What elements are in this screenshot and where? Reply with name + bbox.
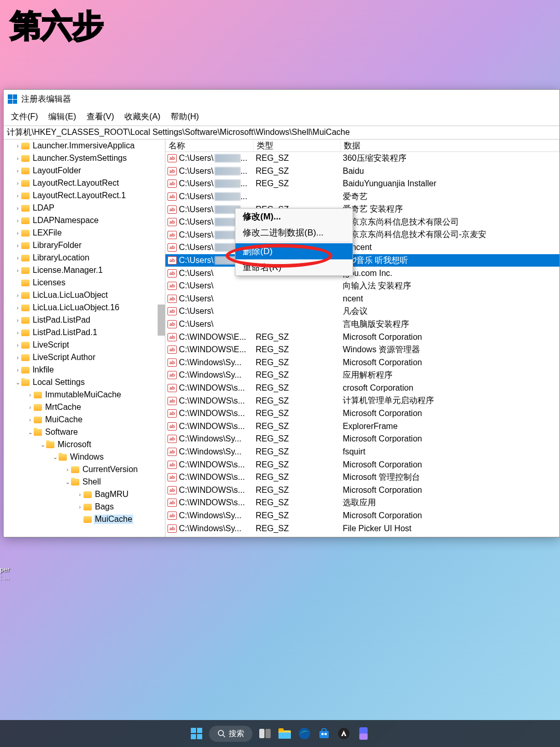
- list-row[interactable]: abC:\WINDOWS\E...REG_SZMicrosoft Corpora…: [165, 330, 559, 343]
- list-row[interactable]: abC:\WINDOWS\s...REG_SZMicrosoft Corpora…: [165, 483, 559, 496]
- tree-item[interactable]: ›Launcher.ImmersiveApplica: [4, 140, 165, 152]
- tree-item[interactable]: ⌄Microsoft: [4, 438, 165, 451]
- chevron-icon[interactable]: ›: [14, 292, 21, 298]
- chevron-icon[interactable]: ⌄: [26, 429, 34, 436]
- list-row[interactable]: abC:\WINDOWS\s...REG_SZcrosoft Corporati…: [165, 382, 559, 395]
- menu-favorites[interactable]: 收藏夹(A): [122, 110, 162, 123]
- chevron-icon[interactable]: ›: [14, 242, 21, 248]
- chevron-icon[interactable]: ›: [14, 255, 21, 261]
- chevron-icon[interactable]: ⌄: [64, 479, 71, 486]
- start-button[interactable]: [189, 726, 204, 741]
- tree-item[interactable]: MuiCache: [4, 513, 165, 525]
- chevron-icon[interactable]: ›: [26, 404, 34, 410]
- tree-panel[interactable]: ›Launcher.ImmersiveApplica›Launcher.Syst…: [4, 140, 165, 537]
- chevron-icon[interactable]: ›: [76, 504, 83, 510]
- chevron-icon[interactable]: ›: [14, 143, 21, 149]
- list-row[interactable]: abC:\Users\...爱奇艺: [165, 190, 559, 203]
- col-name[interactable]: 名称: [165, 140, 254, 151]
- tree-item[interactable]: ›LayoutFolder: [4, 164, 165, 177]
- tree-item[interactable]: ›LibraryLocation: [4, 252, 165, 264]
- tree-item[interactable]: ›BagMRU: [4, 488, 165, 501]
- menu-help[interactable]: 帮助(H): [169, 110, 201, 123]
- list-row[interactable]: abC:\WINDOWS\s...REG_SZExplorerFrame: [165, 420, 559, 433]
- list-row[interactable]: abC:\Users\言电脑版安装程序: [165, 318, 559, 331]
- tree-item[interactable]: ›LDAPNamespace: [4, 214, 165, 227]
- menu-delete[interactable]: 删除(D): [235, 243, 353, 259]
- chevron-icon[interactable]: ›: [64, 466, 71, 473]
- list-row[interactable]: abC:\Users\...REG_SZ北京京东尚科信息技术有限公司: [165, 216, 559, 229]
- chevron-icon[interactable]: ›: [14, 317, 21, 323]
- list-row[interactable]: abC:\Users\...REG_SZ北京京东尚科信息技术有限公司-京麦安: [165, 229, 559, 242]
- menu-modify-binary[interactable]: 修改二进制数据(B)...: [235, 225, 353, 241]
- tree-item[interactable]: ›MuiCache: [4, 413, 165, 426]
- menu-edit[interactable]: 编辑(E): [46, 110, 78, 123]
- tree-item[interactable]: ›ListPad.ListPad.1: [4, 326, 165, 339]
- list-row[interactable]: abC:\Windows\Sy...REG_SZMicrosoft Corpor…: [165, 509, 559, 522]
- store-icon[interactable]: [317, 726, 331, 741]
- list-row[interactable]: abC:\Users\...REG_SZBaidu: [165, 165, 559, 178]
- menu-rename[interactable]: 重命名(R): [235, 259, 353, 275]
- tree-item[interactable]: ›License.Manager.1: [4, 264, 165, 276]
- edge-icon[interactable]: [297, 726, 312, 741]
- menu-modify[interactable]: 修改(M)...: [235, 209, 353, 225]
- chevron-icon[interactable]: ›: [14, 367, 21, 373]
- chevron-icon[interactable]: ›: [14, 354, 21, 361]
- tree-item[interactable]: ›LicLua.LicLuaObject: [4, 289, 165, 301]
- list-row[interactable]: abC:\Users\...ᗢᗢ音乐 听我想听: [165, 254, 559, 267]
- col-type[interactable]: 类型: [254, 140, 341, 151]
- tree-item[interactable]: ›LDAP: [4, 202, 165, 214]
- chevron-icon[interactable]: ›: [14, 305, 21, 311]
- list-row[interactable]: abC:\WINDOWS\E...REG_SZWindows 资源管理器: [165, 343, 559, 356]
- chevron-icon[interactable]: ›: [14, 205, 21, 211]
- tree-item[interactable]: ›CurrentVersion: [4, 463, 165, 476]
- chevron-icon[interactable]: ⌄: [39, 441, 46, 448]
- taskbar-search[interactable]: 搜索: [209, 726, 253, 742]
- tree-item[interactable]: ›LayoutRect.LayoutRect.1: [4, 189, 165, 202]
- menu-file[interactable]: 文件(F): [9, 110, 40, 123]
- explorer-icon[interactable]: [277, 726, 292, 741]
- tree-item[interactable]: ›LiveScript Author: [4, 351, 165, 364]
- tree-item[interactable]: ›LicLua.LicLuaObject.16: [4, 301, 165, 314]
- chevron-icon[interactable]: ›: [14, 155, 21, 161]
- tree-item[interactable]: ›LibraryFolder: [4, 239, 165, 252]
- list-row[interactable]: abC:\Windows\Sy...REG_SZMicrosoft Corpor…: [165, 356, 559, 369]
- tree-item[interactable]: ›LEXFile: [4, 227, 165, 239]
- list-row[interactable]: abC:\Windows\Sy...REG_SZ应用解析程序: [165, 369, 559, 382]
- app-icon-2[interactable]: [356, 726, 371, 741]
- chevron-icon[interactable]: ›: [14, 329, 21, 336]
- list-row[interactable]: abC:\WINDOWS\s...REG_SZMicrosoft Corpora…: [165, 407, 559, 420]
- tree-item[interactable]: ⌄Shell: [4, 476, 165, 488]
- scrollbar-thumb[interactable]: [158, 305, 165, 336]
- list-row[interactable]: abC:\Users\...REG_SZ360压缩安装程序: [165, 152, 559, 165]
- chevron-icon[interactable]: ›: [14, 342, 21, 348]
- chevron-icon[interactable]: ›: [76, 491, 83, 497]
- chevron-icon[interactable]: ›: [14, 217, 21, 224]
- tree-item[interactable]: ›MrtCache: [4, 401, 165, 413]
- tree-item[interactable]: ›LiveScript: [4, 339, 165, 351]
- chevron-icon[interactable]: ›: [26, 392, 34, 398]
- list-row[interactable]: abC:\Windows\Sy...REG_SZFile Picker UI H…: [165, 522, 559, 535]
- tree-item[interactable]: ›ListPad.ListPad: [4, 314, 165, 326]
- chevron-icon[interactable]: ⌄: [51, 454, 59, 461]
- list-row[interactable]: abC:\Users\...REG_SZTencent: [165, 241, 559, 254]
- tree-item[interactable]: ›LayoutRect.LayoutRect: [4, 177, 165, 189]
- list-row[interactable]: abC:\Users\...REG_SZBaiduYunguanjia Inst…: [165, 177, 559, 190]
- tree-item[interactable]: ⌄Windows: [4, 451, 165, 463]
- chevron-icon[interactable]: ›: [26, 417, 34, 423]
- col-data[interactable]: 数据: [341, 140, 559, 151]
- tree-item[interactable]: ›Bags: [4, 501, 165, 513]
- tree-item[interactable]: ⌄Software: [4, 426, 165, 438]
- list-row[interactable]: abC:\Windows\Sy...REG_SZfsquirt: [165, 446, 559, 459]
- titlebar[interactable]: 注册表编辑器: [4, 90, 559, 108]
- list-row[interactable]: abC:\WINDOWS\s...REG_SZMicrosoft 管理控制台: [165, 471, 559, 484]
- menu-view[interactable]: 查看(V): [85, 110, 116, 123]
- tree-item[interactable]: ›lnkfile: [4, 364, 165, 376]
- list-row[interactable]: abC:\WINDOWS\s...REG_SZMicrosoft Corpora…: [165, 458, 559, 471]
- chevron-icon[interactable]: ›: [14, 192, 21, 199]
- list-row[interactable]: abC:\Users\ncent: [165, 293, 559, 306]
- taskbar[interactable]: 搜索: [0, 720, 560, 747]
- tree-item[interactable]: ›ImmutableMuiCache: [4, 389, 165, 401]
- tree-item[interactable]: ⌄Local Settings: [4, 376, 165, 389]
- chevron-icon[interactable]: ›: [14, 230, 21, 236]
- list-row[interactable]: abC:\Windows\Sy...REG_SZMicrosoft Corpor…: [165, 433, 559, 446]
